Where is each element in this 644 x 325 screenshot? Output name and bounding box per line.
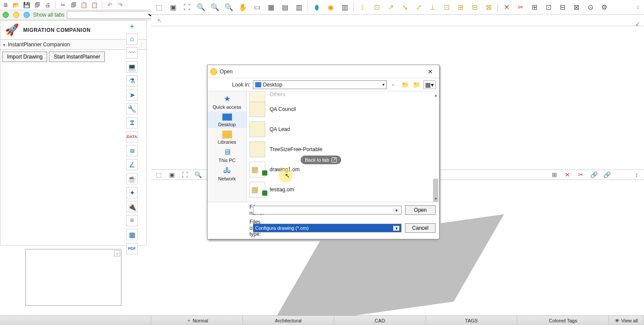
up-folder-icon[interactable]: 📁 [401,80,409,89]
paste-special-icon[interactable]: 📋 [90,1,98,9]
tool-icon[interactable]: ⬚ [154,170,163,180]
vert-handle-icon[interactable]: ↕ [632,170,641,180]
data-icon[interactable]: DATA [126,131,138,142]
dim-icon[interactable]: ⤢ [413,2,424,13]
hand-icon[interactable]: ✋ [238,2,248,13]
wrench-icon[interactable]: 🔧 [126,103,138,114]
filename-combo[interactable]: ▾ [253,206,402,214]
crop-icon[interactable]: ▦ [266,2,276,13]
flask-icon[interactable]: ⚗ [126,75,138,86]
snap-icon[interactable]: ⊞ [529,2,540,13]
status-tab-normal[interactable]: ▾ Normal [151,316,243,325]
file-row[interactable]: ▦ testtag.om [249,180,439,200]
file-row[interactable]: TreeSizeFree-Portable [249,139,439,159]
layers-icon[interactable]: ≋ [126,145,138,156]
tool-icon[interactable]: ▣ [168,2,178,13]
file-list[interactable]: ▴ Others QA Council QA Lead TreeSizeFree… [247,91,439,202]
laptop-icon[interactable]: 💻 [126,61,138,73]
start-instantplanner-button[interactable]: Start InstantPlanner [49,52,105,62]
angle-icon[interactable]: ∠ [126,159,138,170]
plug-icon[interactable]: 🔌 [126,201,138,212]
arrow-tool-icon[interactable]: ↖ [155,16,164,25]
saveas-icon[interactable]: 🗐 [33,1,41,9]
link-icon[interactable]: 🔗 [589,170,599,180]
overview-thumbnail[interactable]: ↕ [25,249,121,306]
snap-icon[interactable]: ⊡ [543,2,554,13]
resize-handle-icon[interactable]: ↕ [114,250,120,256]
dim-icon[interactable]: ⊠ [483,2,494,13]
snap-icon[interactable]: ⊙ [585,2,596,13]
vert-handle-icon[interactable]: ↕ [637,3,640,10]
misc-icon[interactable]: ⊞ [550,170,559,180]
sheet-icon[interactable]: ▥ [339,2,350,13]
place-quick-access[interactable]: ★ Quick access [208,93,246,111]
snap-icon[interactable]: ⊟ [557,2,568,13]
dim-icon[interactable]: ⊥ [427,2,438,13]
drop-icon[interactable]: ⬮ [312,2,322,13]
import-drawing-button[interactable]: Import Drawing [2,52,47,62]
scissors-icon[interactable]: ✂ [576,170,585,180]
tool-icon[interactable]: ⬚ [154,2,164,13]
file-row[interactable]: QA Lead [249,119,439,139]
place-desktop[interactable]: Desktop [208,111,246,128]
cancel-button[interactable]: Cancel [405,223,436,233]
paste-icon[interactable]: 📋 [80,1,88,9]
home-icon[interactable]: ⌂ [126,33,138,45]
delete-icon[interactable]: ✕ [563,170,572,180]
print-icon[interactable]: 🖨 [44,1,52,9]
status-tab-architectural[interactable]: Architectural [243,316,335,325]
zoom-fit-icon[interactable]: ⛶ [182,2,192,13]
accordion-instantplanner[interactable]: ▾ InstantPlanner Companion ⋮ [0,40,146,50]
place-network[interactable]: 🖧 Network [208,165,246,182]
config-icon[interactable]: ⚙ [599,2,609,13]
file-row[interactable]: Others [249,91,439,99]
snap-icon[interactable]: ⊠ [571,2,582,13]
select-area-icon[interactable]: ▭ [252,2,262,13]
zoom-in-icon[interactable]: 🔍 [196,2,206,13]
dim-icon[interactable]: ⊡ [441,2,452,13]
back-to-tab-pill[interactable]: Back to tab [301,156,341,164]
delete-icon[interactable]: ✕ [501,2,512,13]
file-row[interactable]: ▦ drawing1.om [249,159,439,180]
filetype-combo[interactable]: Configura drawing (*.om) ▾ [253,224,402,232]
status-tab-colored-tags[interactable]: Colored Tags [517,316,609,325]
cut-icon[interactable]: ✂ [59,1,67,9]
dim-icon[interactable]: ↘ [399,2,410,13]
link-icon[interactable]: 🔗 [602,170,612,180]
activity-icon[interactable]: 〰 [126,47,138,59]
place-this-pc[interactable]: 🖥 This PC [208,146,246,164]
scissors-icon[interactable]: ✂ [515,2,526,13]
undo-icon[interactable]: ↶ [106,1,114,9]
place-libraries[interactable]: Libraries [208,129,246,145]
rocket-small-icon[interactable]: ➤ [126,89,138,100]
dim-icon[interactable]: ⊞ [455,2,466,13]
dim-icon[interactable]: ⊡ [371,2,382,13]
globe-green-icon[interactable] [2,11,10,19]
copy-icon[interactable]: 🗐 [69,1,77,9]
new-icon[interactable]: 🗎 [2,1,10,9]
status-tab-cad[interactable]: CAD [334,316,426,325]
lookin-combo[interactable]: Desktop ▾ [253,80,387,89]
zoom-window-icon[interactable]: 🔍 [224,2,234,13]
tool-icon[interactable]: ▣ [167,170,177,180]
ibeam-icon[interactable]: Ɪ [126,117,138,128]
page-settings-icon[interactable]: ▥ [294,2,304,13]
status-tab-tags[interactable]: TAGS [426,316,518,325]
dim-icon[interactable]: ⊟ [469,2,480,13]
new-folder-icon[interactable]: 📁 [412,80,421,89]
zoom-in-icon[interactable]: 🔍 [193,170,203,180]
status-view-all[interactable]: 👁 View all [609,316,644,325]
globe-yellow-icon[interactable] [12,11,20,19]
view-menu-icon[interactable]: ▦▾ [423,80,436,89]
add-icon[interactable]: ＋ [128,22,136,31]
lines-icon[interactable]: ≡ [126,215,138,226]
close-icon[interactable]: ✕ [424,66,436,77]
show-tabs-label[interactable]: Show all tabs [33,12,64,18]
page-icon[interactable]: ▤ [280,2,290,13]
dim-icon[interactable]: ↗ [385,2,396,13]
scroll-down-icon[interactable]: ▾ [433,196,438,201]
dim-icon[interactable]: ⟟ [357,2,368,13]
tab-select[interactable] [67,11,154,19]
back-icon[interactable]: ← [389,80,398,89]
file-row[interactable]: QA Council [249,99,439,119]
